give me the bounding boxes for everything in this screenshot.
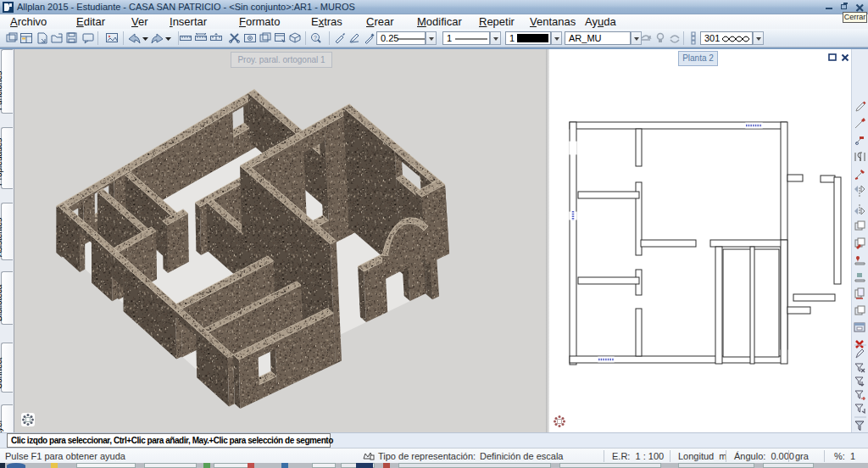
svg-text:?: ? — [314, 35, 317, 41]
